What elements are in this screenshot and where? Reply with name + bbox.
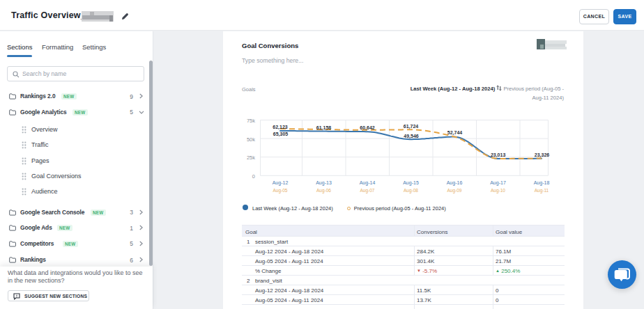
svg-text:61,158: 61,158 xyxy=(316,125,332,131)
svg-text:Aug-11: Aug-11 xyxy=(535,188,549,193)
svg-text:62,123: 62,123 xyxy=(273,125,288,130)
svg-text:23,326: 23,326 xyxy=(535,152,550,158)
svg-text:23,013: 23,013 xyxy=(491,152,506,158)
svg-text:0: 0 xyxy=(252,173,255,180)
svg-text:49,546: 49,546 xyxy=(404,134,419,139)
svg-text:Aug-08: Aug-08 xyxy=(404,188,418,193)
svg-text:Aug-07: Aug-07 xyxy=(360,188,375,193)
svg-text:Aug-15: Aug-15 xyxy=(403,180,419,186)
svg-text:75k: 75k xyxy=(247,118,255,124)
svg-text:Aug-09: Aug-09 xyxy=(447,188,462,193)
svg-text:60,642: 60,642 xyxy=(360,125,375,131)
svg-text:25k: 25k xyxy=(247,154,255,161)
svg-text:Aug-17: Aug-17 xyxy=(490,180,506,186)
svg-text:Aug-05: Aug-05 xyxy=(273,188,288,193)
svg-text:Aug-06: Aug-06 xyxy=(316,188,331,193)
svg-text:Aug-18: Aug-18 xyxy=(534,180,550,186)
svg-text:61,724: 61,724 xyxy=(404,124,419,129)
svg-text:52,744: 52,744 xyxy=(447,130,463,136)
svg-text:Aug-16: Aug-16 xyxy=(447,180,463,186)
svg-text:Aug-14: Aug-14 xyxy=(360,180,376,186)
svg-text:Aug-13: Aug-13 xyxy=(316,180,332,186)
svg-text:50k: 50k xyxy=(247,136,255,143)
svg-text:Aug-10: Aug-10 xyxy=(491,188,505,193)
svg-text:Aug-12: Aug-12 xyxy=(273,180,289,186)
svg-text:65,305: 65,305 xyxy=(273,132,289,137)
